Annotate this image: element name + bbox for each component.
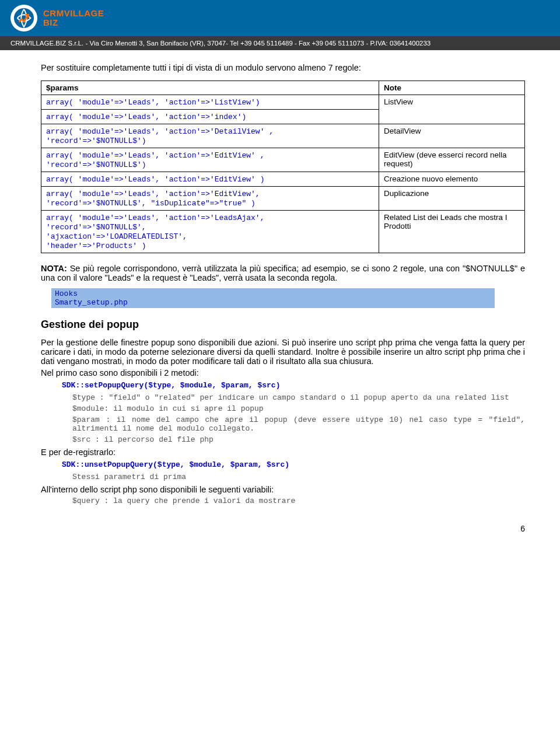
param-code: array( 'module'=>'Leads', 'action'=>'ind… xyxy=(46,113,246,121)
header-address: CRMVILLAGE.BIZ S.r.L. - Via Ciro Menotti… xyxy=(0,36,560,50)
note-cell: EditView (deve esserci record nella requ… xyxy=(379,148,525,172)
param-desc: $param : il nome del campo che apre il p… xyxy=(72,415,525,433)
th-note: Note xyxy=(379,81,525,95)
same-params: Stessi parametri di prima xyxy=(72,473,525,481)
table-row: array( 'module'=>'Leads', 'action'=>'Lea… xyxy=(41,211,525,253)
table-row: array( 'module'=>'Leads', 'action'=>'Edi… xyxy=(41,148,525,172)
page-content: Per sostituire completamente tutti i tip… xyxy=(0,50,560,520)
page-number: 6 xyxy=(0,520,560,540)
nota-text: Se più regole corrispondono, verrà utili… xyxy=(41,264,525,282)
brand-line2: BIZ xyxy=(43,18,104,27)
src-desc: $src : il percorso del file php xyxy=(72,435,525,444)
table-row: array( 'module'=>'Leads', 'action'=>'Edi… xyxy=(41,172,525,187)
param-code: array( 'module'=>'Leads', 'action'=>'Edi… xyxy=(46,175,264,184)
table-row: array( 'module'=>'Leads', 'action'=>'Lis… xyxy=(41,95,525,110)
brand-line1: CRMVILLAGE xyxy=(43,9,104,18)
table-row: array( 'module'=>'Leads', 'action'=>'Edi… xyxy=(41,187,525,211)
brand-text: CRMVILLAGE BIZ xyxy=(43,9,104,27)
params-table: $params Note array( 'module'=>'Leads', '… xyxy=(41,81,525,253)
sdk-unset-call: SDK::unsetPopupQuery($type, $module, $pa… xyxy=(62,460,525,469)
note-cell: DetailView xyxy=(379,124,525,148)
hooks-text: Hooks Smarty_setup.php xyxy=(55,289,128,307)
sdk-set-call: SDK::setPopupQuery($type, $module, $para… xyxy=(62,381,525,390)
note-cell: Duplicazione xyxy=(379,187,525,211)
popup-p1: Per la gestione delle finestre popup son… xyxy=(41,338,525,366)
header-logo: CRMVILLAGE BIZ xyxy=(0,0,560,36)
popup-p2: Nel primo caso sono disponibili i 2 meto… xyxy=(41,368,525,378)
param-code: array( 'module'=>'Leads', 'action'=>'Edi… xyxy=(46,190,260,208)
nota-paragraph: NOTA: Se più regole corrispondono, verrà… xyxy=(41,264,525,282)
popup-section-title: Gestione dei popup xyxy=(41,319,525,331)
param-code: array( 'module'=>'Leads', 'action'=>'Det… xyxy=(46,127,274,145)
param-code: array( 'module'=>'Leads', 'action'=>'Edi… xyxy=(46,151,264,169)
note-cell: Creazione nuovo elemento xyxy=(379,172,525,187)
module-desc: $module: il modulo in cui si apre il pop… xyxy=(72,404,525,413)
param-code: array( 'module'=>'Leads', 'action'=>'Lea… xyxy=(46,214,264,250)
globe-icon xyxy=(10,5,37,32)
type-desc: $type : "field" o "related" per indicare… xyxy=(72,393,525,402)
popup-p3: All'interno dello script php sono dispon… xyxy=(41,485,525,494)
nota-label: NOTA: xyxy=(41,264,67,273)
th-params: $params xyxy=(41,81,379,95)
param-code: array( 'module'=>'Leads', 'action'=>'Lis… xyxy=(46,98,260,107)
dereg-text: E per de-registrarlo: xyxy=(41,448,525,457)
table-row: array( 'module'=>'Leads', 'action'=>'Det… xyxy=(41,124,525,148)
query-desc: $query : la query che prende i valori da… xyxy=(72,497,525,505)
hooks-code-block: Hooks Smarty_setup.php xyxy=(51,288,495,308)
intro-text: Per sostituire completamente tutti i tip… xyxy=(41,63,525,72)
note-cell: ListView xyxy=(379,95,525,124)
note-cell: Related List dei Leads che mostra I Prod… xyxy=(379,211,525,253)
